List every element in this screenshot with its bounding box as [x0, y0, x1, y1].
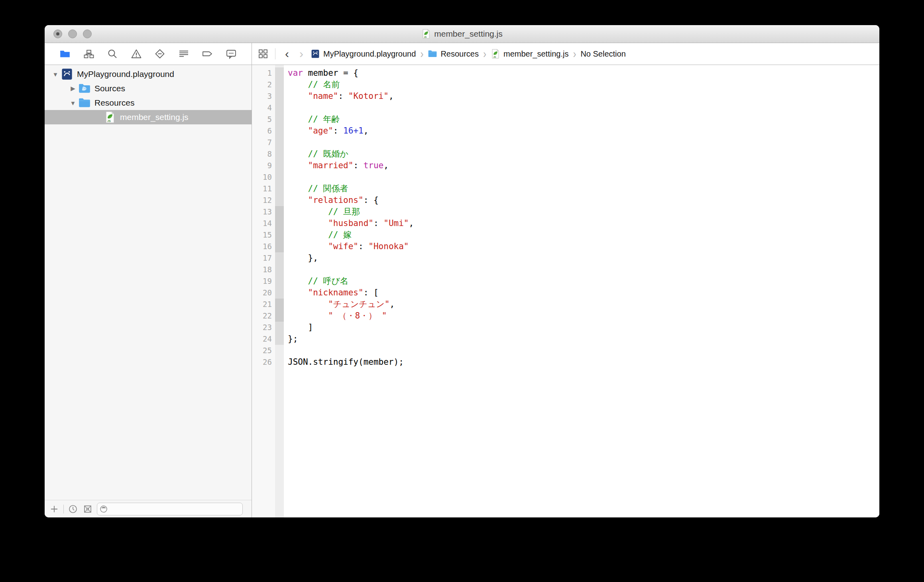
box-x-icon[interactable] [82, 503, 93, 515]
line-number[interactable]: 9 [252, 160, 275, 171]
line-number[interactable]: 5 [252, 114, 275, 125]
fold-ribbon[interactable] [275, 171, 284, 183]
fold-ribbon[interactable] [275, 206, 284, 218]
fold-ribbon[interactable] [275, 252, 284, 264]
filter-field[interactable] [97, 503, 243, 515]
fold-ribbon[interactable] [275, 333, 284, 345]
code-line[interactable]: }; [284, 333, 879, 345]
line-number[interactable]: 17 [252, 252, 275, 264]
related-items-grid-icon[interactable] [258, 48, 269, 59]
fold-ribbon[interactable] [275, 79, 284, 90]
title-bar[interactable]: JS member_setting.js [45, 25, 879, 43]
fold-ribbon[interactable] [275, 148, 284, 160]
forward-button[interactable]: › [296, 48, 307, 60]
code-line[interactable]: // 呼び名 [284, 275, 879, 287]
code-line[interactable] [284, 137, 879, 148]
line-number[interactable]: 15 [252, 229, 275, 241]
code-line[interactable]: "name": "Kotori", [284, 90, 879, 102]
code-line[interactable]: "married": true, [284, 160, 879, 171]
fold-ribbon[interactable] [275, 195, 284, 206]
line-number[interactable]: 3 [252, 90, 275, 102]
fold-ribbon[interactable] [275, 322, 284, 333]
code-line[interactable]: " （・8・） " [284, 310, 879, 322]
line-number[interactable]: 18 [252, 264, 275, 275]
code-line[interactable]: // 名前 [284, 79, 879, 90]
close-button[interactable] [53, 29, 62, 38]
fold-ribbon[interactable] [275, 90, 284, 102]
line-number[interactable]: 25 [252, 345, 275, 356]
breakpoint-navigator-tab[interactable] [201, 48, 213, 60]
fold-ribbon[interactable] [275, 275, 284, 287]
line-number[interactable]: 21 [252, 299, 275, 310]
fold-ribbon[interactable] [275, 299, 284, 310]
line-number[interactable]: 11 [252, 183, 275, 195]
code-line[interactable] [284, 264, 879, 275]
fold-ribbon[interactable] [275, 183, 284, 195]
code-line[interactable]: // 既婚か [284, 148, 879, 160]
disclosure-triangle-icon[interactable]: ▼ [50, 71, 61, 78]
line-number[interactable]: 10 [252, 171, 275, 183]
report-navigator-tab[interactable] [225, 48, 237, 60]
line-number[interactable]: 16 [252, 241, 275, 252]
fold-ribbon[interactable] [275, 345, 284, 356]
line-number[interactable]: 20 [252, 287, 275, 299]
code-line[interactable] [284, 171, 879, 183]
disclosure-triangle-icon[interactable]: ▼ [68, 100, 78, 106]
debug-navigator-tab[interactable] [178, 48, 190, 60]
fold-ribbon[interactable] [275, 218, 284, 229]
code-line[interactable]: // 年齢 [284, 114, 879, 125]
plus-icon[interactable] [49, 503, 60, 515]
minimize-button[interactable] [68, 29, 77, 38]
line-number[interactable]: 1 [252, 67, 275, 79]
fold-ribbon[interactable] [275, 137, 284, 148]
fold-ribbon[interactable] [275, 102, 284, 114]
code-line[interactable]: JSON.stringify(member); [284, 356, 879, 368]
line-number[interactable]: 14 [252, 218, 275, 229]
fold-ribbon[interactable] [275, 310, 284, 322]
line-number[interactable]: 12 [252, 195, 275, 206]
line-number[interactable]: 7 [252, 137, 275, 148]
tree-item-member-setting-js[interactable]: JSmember_setting.js [45, 110, 252, 124]
issue-navigator-tab[interactable] [130, 48, 142, 60]
source-editor[interactable]: 1var member = {2 // 名前3 "name": "Kotori"… [252, 65, 879, 517]
tree-item-sources[interactable]: ▶Sources [45, 81, 252, 96]
line-number[interactable]: 4 [252, 102, 275, 114]
code-line[interactable]: "チュンチュン", [284, 299, 879, 310]
line-number[interactable]: 26 [252, 356, 275, 368]
code-line[interactable]: }, [284, 252, 879, 264]
code-line[interactable] [284, 102, 879, 114]
line-number[interactable]: 2 [252, 79, 275, 90]
line-number[interactable]: 13 [252, 206, 275, 218]
code-line[interactable]: "wife": "Honoka" [284, 241, 879, 252]
code-line[interactable]: "age": 16+1, [284, 125, 879, 137]
tree-item-resources[interactable]: ▼Resources [45, 96, 252, 110]
line-number[interactable]: 19 [252, 275, 275, 287]
line-number[interactable]: 8 [252, 148, 275, 160]
clock-icon[interactable] [67, 503, 79, 515]
disclosure-triangle-icon[interactable]: ▶ [68, 85, 78, 92]
zoom-button[interactable] [83, 29, 92, 38]
filter-input[interactable] [110, 504, 240, 513]
fold-ribbon[interactable] [275, 287, 284, 299]
code-line[interactable] [284, 345, 879, 356]
fold-ribbon[interactable] [275, 160, 284, 171]
fold-ribbon[interactable] [275, 125, 284, 137]
code-line[interactable]: "relations": { [284, 195, 879, 206]
breadcrumb-item[interactable]: MyPlayground.playground [311, 49, 416, 59]
fold-ribbon[interactable] [275, 264, 284, 275]
fold-ribbon[interactable] [275, 67, 284, 79]
fold-ribbon[interactable] [275, 114, 284, 125]
breadcrumb-item[interactable]: No Selection [580, 49, 625, 59]
line-number[interactable]: 6 [252, 125, 275, 137]
line-number[interactable]: 23 [252, 322, 275, 333]
code-line[interactable]: "nicknames": [ [284, 287, 879, 299]
fold-ribbon[interactable] [275, 241, 284, 252]
fold-ribbon[interactable] [275, 229, 284, 241]
breadcrumb-item[interactable]: Resources [428, 49, 479, 59]
line-number[interactable]: 22 [252, 310, 275, 322]
symbol-navigator-tab[interactable] [83, 48, 95, 60]
tree-item-myplayground-playground[interactable]: ▼MyPlayground.playground [45, 67, 252, 81]
line-number[interactable]: 24 [252, 333, 275, 345]
code-line[interactable]: var member = { [284, 67, 879, 79]
back-button[interactable]: ‹ [282, 48, 292, 60]
